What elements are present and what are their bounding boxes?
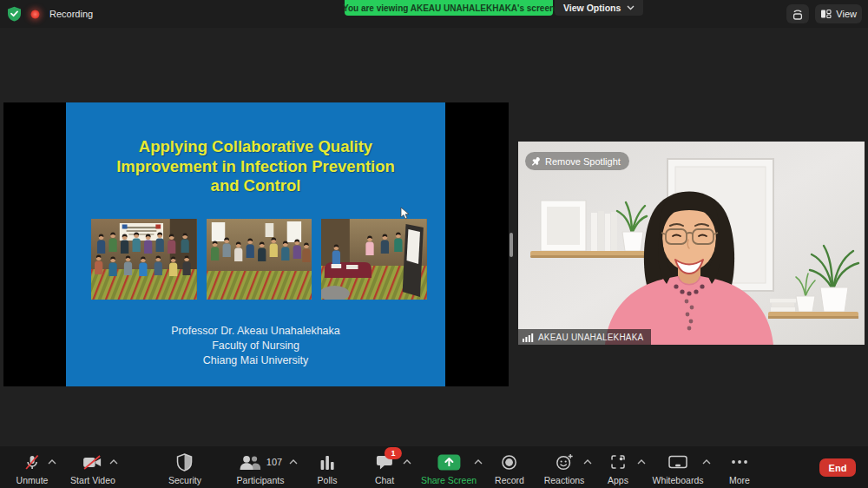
- view-button[interactable]: View: [815, 4, 862, 23]
- meeting-toolbar: Unmute Start Video: [0, 446, 868, 488]
- polls-button[interactable]: Polls: [318, 452, 338, 485]
- unmute-button[interactable]: Unmute: [16, 452, 49, 485]
- shared-screen-area: Applying Collaborative Quality Improveme…: [3, 102, 509, 386]
- whiteboards-icon: [667, 455, 687, 470]
- reactions-icon: [555, 453, 573, 472]
- gallery-view-icon: [820, 9, 832, 19]
- view-button-label: View: [836, 9, 857, 19]
- share-options-chevron[interactable]: [474, 459, 483, 465]
- security-shield-icon: [7, 6, 22, 22]
- presentation-slide: Applying Collaborative Quality Improveme…: [66, 102, 445, 386]
- panel-resize-handle[interactable]: [510, 233, 513, 257]
- view-options-label: View Options: [563, 3, 621, 13]
- record-icon: [501, 454, 517, 471]
- microphone-muted-icon: [23, 453, 41, 472]
- spotlight-video-tile: Remove Spotlight AKEAU UNAHALEKHAKA: [518, 142, 865, 345]
- participants-button[interactable]: 107 Participants: [237, 452, 285, 485]
- participants-icon: [239, 454, 262, 471]
- whiteboards-options-chevron[interactable]: [702, 459, 711, 465]
- video-options-chevron[interactable]: [109, 459, 118, 465]
- start-video-button[interactable]: Start Video: [70, 452, 115, 485]
- whiteboards-button[interactable]: Whiteboards: [653, 452, 704, 485]
- pin-icon: [531, 156, 541, 167]
- slide-title: Applying Collaborative Quality Improveme…: [66, 137, 445, 196]
- recording-indicator-group: Recording: [7, 6, 93, 22]
- slide-photo-flipchart: [321, 219, 427, 300]
- viewing-screen-banner: You are viewing AKEAU UNAHALEKHAKA's scr…: [345, 0, 553, 16]
- share-screen-button[interactable]: Share Screen: [421, 452, 477, 485]
- chat-button[interactable]: 1 Chat: [375, 452, 394, 485]
- unmute-options-chevron[interactable]: [48, 459, 56, 465]
- recording-label: Recording: [49, 9, 93, 19]
- chevron-down-icon: [627, 5, 635, 10]
- chat-unread-badge: 1: [385, 447, 402, 459]
- zoom-meeting-window: Recording You are viewing AKEAU UNAHALEK…: [0, 0, 868, 488]
- reactions-options-chevron[interactable]: [583, 459, 592, 465]
- participant-name: AKEAU UNAHALEKHAKA: [538, 333, 643, 342]
- remove-spotlight-button[interactable]: Remove Spotlight: [525, 152, 629, 170]
- slide-photo-group-standing: [207, 219, 312, 300]
- slide-photo-group-seated: [91, 219, 197, 300]
- reactions-button[interactable]: Reactions: [544, 452, 585, 485]
- chat-options-chevron[interactable]: [403, 459, 411, 465]
- end-meeting-button[interactable]: End: [819, 458, 856, 477]
- participants-count: 107: [266, 457, 282, 467]
- remote-cursor-icon: [400, 207, 411, 221]
- viewing-screen-banner-text: You are viewing AKEAU UNAHALEKHAKA's scr…: [343, 3, 555, 13]
- meeting-top-bar: Recording You are viewing AKEAU UNAHALEK…: [0, 0, 868, 28]
- more-button[interactable]: More: [729, 452, 750, 485]
- security-icon: [177, 453, 194, 472]
- cast-to-device-button[interactable]: [786, 4, 809, 23]
- cast-icon: [791, 7, 805, 21]
- record-button[interactable]: Record: [495, 452, 524, 485]
- slide-presenter-block: Professor Dr. Akeau Unahalekhaka Faculty…: [66, 325, 445, 368]
- more-dots-icon: [731, 459, 748, 465]
- camera-off-icon: [82, 455, 102, 470]
- recording-dot-icon[interactable]: [29, 8, 41, 20]
- apps-button[interactable]: Apps: [608, 452, 628, 485]
- apps-icon: [609, 453, 627, 471]
- polls-icon: [319, 455, 335, 470]
- participant-video-feed: [518, 142, 865, 345]
- remove-spotlight-label: Remove Spotlight: [545, 156, 621, 167]
- participants-options-chevron[interactable]: [289, 459, 298, 465]
- audio-level-icon: [523, 333, 534, 342]
- apps-options-chevron[interactable]: [637, 459, 646, 465]
- participant-name-tag: AKEAU UNAHALEKHAKA: [518, 329, 651, 345]
- slide-photo-row: [91, 219, 427, 300]
- security-button[interactable]: Security: [168, 452, 201, 485]
- view-options-button[interactable]: View Options: [555, 0, 643, 16]
- share-screen-icon: [437, 454, 461, 471]
